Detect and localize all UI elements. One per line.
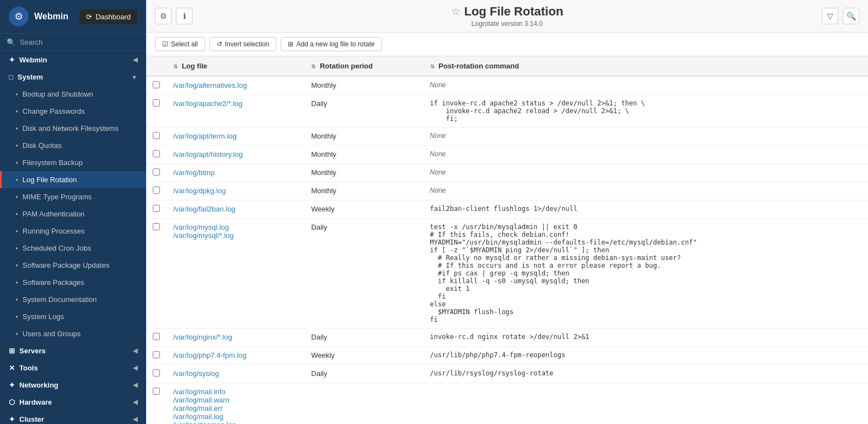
info-button[interactable]: ℹ: [176, 8, 192, 24]
sort-arrows-cmd: ⇅: [430, 63, 435, 70]
sidebar-item-label: Filesystem Backup: [23, 158, 83, 167]
item-dot: ●: [15, 177, 18, 182]
row-checkbox[interactable]: [153, 168, 160, 176]
row-checkbox-cell[interactable]: [146, 365, 167, 383]
row-checkbox[interactable]: [153, 132, 160, 139]
favorite-star-icon[interactable]: ☆: [451, 6, 460, 18]
rotation-cell: Monthly: [304, 182, 423, 200]
log-file-link[interactable]: /var/log/mail.log: [173, 412, 223, 421]
log-file-cell: /var/log/btmp: [167, 164, 304, 182]
row-checkbox[interactable]: [153, 81, 160, 88]
sidebar-item-running-processes[interactable]: ● Running Processes: [0, 222, 146, 240]
log-file-link[interactable]: /var/log/mail.info: [173, 388, 226, 396]
rotation-cell: Weekly: [304, 347, 423, 365]
row-checkbox-cell[interactable]: [146, 347, 167, 365]
log-file-link[interactable]: /var/log/nginx/*.log: [173, 333, 232, 341]
row-checkbox[interactable]: [153, 205, 160, 212]
settings-button[interactable]: ⚙: [155, 8, 172, 24]
col-log-file-label: Log file: [182, 62, 207, 70]
sidebar-item-cron-jobs[interactable]: ● Scheduled Cron Jobs: [0, 240, 146, 257]
row-checkbox-cell[interactable]: [146, 95, 167, 128]
log-file-cell: /var/log/syslog: [167, 365, 304, 383]
row-checkbox-cell[interactable]: [146, 182, 167, 200]
sidebar-category-system[interactable]: □ System ▼: [0, 68, 146, 86]
log-file-link[interactable]: /var/log/mail.warn: [173, 396, 229, 404]
row-checkbox[interactable]: [153, 99, 160, 107]
item-dot: ●: [15, 246, 18, 251]
hardware-cat-label: Hardware: [19, 398, 52, 406]
sidebar-item-change-passwords[interactable]: ● Change Passwords: [0, 103, 146, 120]
row-checkbox-cell[interactable]: [146, 219, 167, 328]
sidebar-category-cluster[interactable]: ✦ Cluster ◀: [0, 411, 146, 424]
row-checkbox-cell[interactable]: [146, 383, 167, 425]
log-file-link[interactable]: /var/log/apt/term.log: [173, 132, 237, 140]
dashboard-tab[interactable]: ⟳ Dashboard: [79, 9, 137, 24]
sidebar-item-disk-network[interactable]: ● Disk and Network Filesystems: [0, 120, 146, 137]
post-cmd-cell: fail2ban-client flushlogs 1>/dev/null: [424, 200, 868, 219]
filter-icon[interactable]: ▽: [822, 8, 838, 24]
select-all-button[interactable]: ☑ Select all: [155, 37, 205, 51]
log-table: ⇅ Log file ⇅ Rotation period ⇅ Post-rota…: [146, 56, 868, 424]
row-checkbox-cell[interactable]: [146, 146, 167, 164]
log-file-link[interactable]: /var/log/fail2ban.log: [173, 205, 235, 213]
row-checkbox[interactable]: [153, 187, 160, 194]
post-cmd-cell: [424, 383, 868, 425]
search-input[interactable]: [20, 38, 140, 46]
sidebar-category-tools[interactable]: ✕ Tools ◀: [0, 359, 146, 377]
sidebar-item-software-packages[interactable]: ● Software Packages: [0, 274, 146, 291]
col-post-cmd-label: Post-rotation command: [438, 62, 519, 70]
sidebar-item-bootup[interactable]: ● Bootup and Shutdown: [0, 86, 146, 103]
sidebar-item-users-groups[interactable]: ● Users and Groups: [0, 325, 146, 342]
row-checkbox[interactable]: [153, 333, 160, 340]
row-checkbox[interactable]: [153, 351, 160, 358]
log-file-link[interactable]: /var/log/php7.4-fpm.log: [173, 351, 247, 359]
sidebar-category-networking[interactable]: ✦ Networking ◀: [0, 377, 146, 394]
add-new-button[interactable]: ⊞ Add a new log file to rotate: [281, 37, 382, 51]
col-post-cmd[interactable]: ⇅ Post-rotation command: [424, 56, 868, 76]
rotation-cell: Daily: [304, 328, 423, 347]
sidebar-item-label: System Documentation: [23, 295, 97, 304]
row-checkbox[interactable]: [153, 223, 160, 230]
sidebar-item-system-logs[interactable]: ● System Logs: [0, 308, 146, 325]
row-checkbox[interactable]: [153, 369, 160, 377]
log-file-link[interactable]: /var/log/daemon.log: [173, 421, 236, 424]
col-rotation-period[interactable]: ⇅ Rotation period: [304, 56, 423, 76]
sidebar-item-label: Users and Groups: [23, 330, 81, 338]
sidebar-item-label: Change Passwords: [23, 107, 85, 115]
sidebar-item-filesystem-backup[interactable]: ● Filesystem Backup: [0, 154, 146, 171]
row-checkbox-cell[interactable]: [146, 164, 167, 182]
log-file-link[interactable]: /var/log/dpkg.log: [173, 187, 226, 195]
log-file-link[interactable]: /var/log/mail.err: [173, 404, 223, 412]
sidebar-item-software-updates[interactable]: ● Software Package Updates: [0, 257, 146, 274]
log-file-link[interactable]: /var/log/mysql/*.log: [173, 231, 234, 240]
rotation-cell: Monthly: [304, 164, 423, 182]
row-checkbox[interactable]: [153, 150, 160, 157]
sidebar-item-label: Software Package Updates: [23, 261, 110, 269]
sidebar-category-servers[interactable]: ⊞ Servers ◀: [0, 342, 146, 359]
sidebar-item-pam-auth[interactable]: ● PAM Authentication: [0, 205, 146, 222]
sidebar-item-system-documentation[interactable]: ● System Documentation: [0, 291, 146, 308]
log-file-cell: /var/log/apt/term.log: [167, 128, 304, 146]
item-dot: ●: [15, 92, 18, 97]
log-file-link[interactable]: /var/log/syslog: [173, 369, 219, 378]
row-checkbox-cell[interactable]: [146, 128, 167, 146]
servers-cat-icon: ⊞: [9, 347, 15, 355]
sidebar-item-disk-quotas[interactable]: ● Disk Quotas: [0, 137, 146, 154]
row-checkbox[interactable]: [153, 388, 160, 395]
sidebar-category-webmin[interactable]: ✦ Webmin ◀: [0, 51, 146, 68]
search-icon[interactable]: 🔍: [843, 8, 859, 24]
col-log-file[interactable]: ⇅ Log file: [167, 56, 304, 76]
sidebar-item-log-file-rotation[interactable]: ● Log File Rotation: [0, 171, 146, 188]
invert-selection-button[interactable]: ↺ Invert selection: [210, 37, 277, 51]
log-file-link[interactable]: /var/log/btmp: [173, 168, 215, 177]
row-checkbox-cell[interactable]: [146, 200, 167, 219]
row-checkbox-cell[interactable]: [146, 76, 167, 95]
sidebar-item-mime-type[interactable]: ● MIME Type Programs: [0, 188, 146, 205]
log-file-link[interactable]: /var/log/apt/history.log: [173, 150, 243, 158]
select-all-label: Select all: [171, 40, 198, 48]
log-file-link[interactable]: /var/log/alternatives.log: [173, 81, 247, 89]
log-file-link[interactable]: /var/log/apache2/*.log: [173, 99, 243, 108]
sidebar-category-hardware[interactable]: ⬡ Hardware ◀: [0, 394, 146, 411]
row-checkbox-cell[interactable]: [146, 328, 167, 347]
log-file-link[interactable]: /var/log/mysql.log: [173, 223, 229, 231]
